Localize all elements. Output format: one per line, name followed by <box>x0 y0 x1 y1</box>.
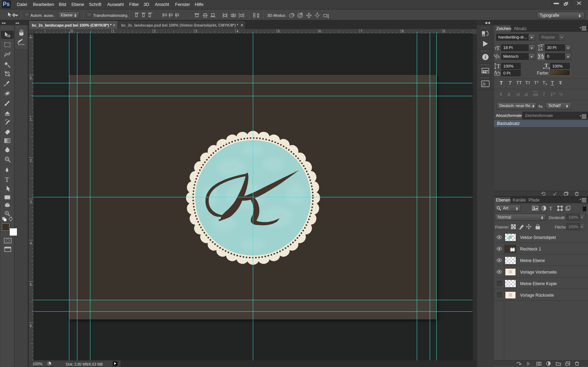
svg-text:T: T <box>497 63 500 70</box>
svg-text:i: i <box>485 55 486 60</box>
svg-text:T: T <box>549 206 552 211</box>
svg-text:a: a <box>497 70 499 74</box>
svg-text:fx: fx <box>483 82 486 86</box>
svg-text:T: T <box>5 176 9 183</box>
svg-text:A: A <box>540 47 543 51</box>
svg-text:T: T <box>496 45 500 51</box>
svg-text:A: A <box>541 53 544 58</box>
svg-text:T: T <box>545 63 548 68</box>
svg-text:fx: fx <box>527 361 530 366</box>
